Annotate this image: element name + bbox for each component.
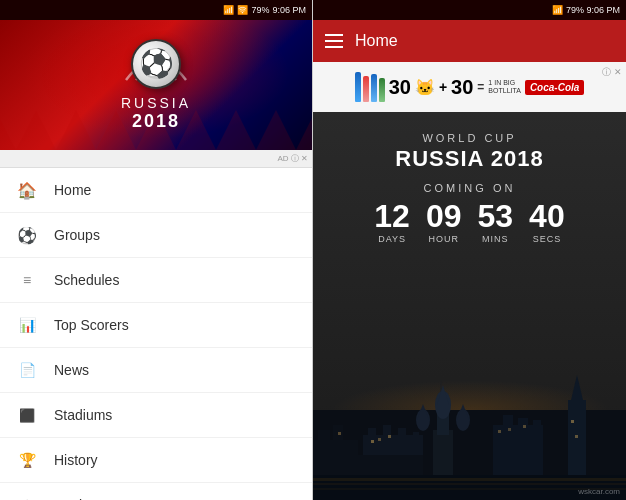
svg-rect-29 (313, 483, 626, 485)
left-status-bar: 📶 🛜 79% 9:06 PM (0, 0, 312, 20)
left-panel: 📶 🛜 79% 9:06 PM ⚽ RUSSIA 2018 AD ⓘ ✕ 🏠 H… (0, 0, 313, 500)
svg-rect-25 (318, 430, 330, 445)
svg-rect-15 (413, 432, 419, 440)
ad-plus: + (439, 79, 447, 95)
svg-rect-34 (498, 430, 501, 433)
countdown-days: 12 DAYS (374, 200, 410, 244)
app-top-bar: Home (313, 20, 626, 62)
moscow-skyline (313, 320, 626, 500)
main-content: WORLD CUP RUSSIA 2018 COMING ON 12 DAYS … (313, 112, 626, 500)
header-brand: RUSSIA 2018 (121, 95, 191, 132)
signal-icon: 📶 (223, 5, 234, 15)
bottle-3 (371, 74, 377, 102)
nav-label-news: News (54, 362, 89, 378)
groups-icon: ⚽ (16, 224, 38, 246)
countdown-mins: 53 MINS (478, 200, 514, 244)
right-signal-icon: 📶 (552, 5, 563, 15)
svg-rect-37 (571, 420, 574, 423)
hours-number: 09 (426, 200, 462, 232)
ad-number-1: 30 (389, 76, 411, 99)
nav-label-groups: Groups (54, 227, 100, 243)
svg-rect-36 (523, 425, 526, 428)
svg-rect-33 (388, 435, 391, 438)
watermark: wskcar.com (578, 487, 620, 496)
nav-label-schedules: Schedules (54, 272, 119, 288)
status-icons: 📶 🛜 79% 9:06 PM (223, 5, 306, 15)
home-icon: 🏠 (16, 179, 38, 201)
days-label: DAYS (374, 234, 410, 244)
nav-item-home[interactable]: 🏠 Home (0, 168, 312, 213)
wifi-icon: 🛜 (237, 5, 248, 15)
year-label: 2018 (121, 111, 191, 132)
right-time: 9:06 PM (586, 5, 620, 15)
left-ad-bar: AD ⓘ ✕ (0, 150, 312, 168)
nav-item-history[interactable]: 🏆 History (0, 438, 312, 483)
ad-number-2: 30 (451, 76, 473, 99)
mins-number: 53 (478, 200, 514, 232)
right-status-bar: 📶 79% 9:06 PM (313, 0, 626, 20)
secs-label: SECS (529, 234, 565, 244)
secs-number: 40 (529, 200, 565, 232)
nav-item-groups[interactable]: ⚽ Groups (0, 213, 312, 258)
svg-rect-28 (313, 478, 626, 481)
coca-cola-logo: Coca-Cola (525, 80, 584, 95)
nav-item-news[interactable]: 📄 News (0, 348, 312, 393)
ad-line-1: 1 IN BIG (488, 79, 521, 87)
nav-label-history: History (54, 452, 98, 468)
ad-content: 30 🐱 + 30 = 1 IN BIG BOTLLITA Coca-Cola (355, 72, 585, 102)
countdown-hours: 09 HOUR (426, 200, 462, 244)
svg-rect-38 (575, 435, 578, 438)
coming-on-label: COMING ON (395, 182, 543, 194)
news-icon: 📄 (16, 359, 38, 381)
svg-rect-12 (368, 428, 376, 440)
bottle-2 (363, 76, 369, 102)
countdown-secs: 40 SECS (529, 200, 565, 244)
svg-rect-35 (508, 428, 511, 431)
nav-item-schedules[interactable]: ≡ Schedules (0, 258, 312, 303)
nav-label-stadiums: Stadiums (54, 407, 112, 423)
svg-rect-18 (503, 415, 513, 430)
hours-label: HOUR (426, 234, 462, 244)
world-cup-info: WORLD CUP RUSSIA 2018 COMING ON (395, 112, 543, 194)
time-left: 9:06 PM (272, 5, 306, 15)
nav-label-top-scorers: Top Scorers (54, 317, 129, 333)
ad-label: AD ⓘ ✕ (277, 153, 308, 164)
svg-rect-19 (518, 418, 528, 430)
right-status-icons: 📶 79% 9:06 PM (552, 5, 620, 15)
settings-icon: ⚙ (16, 494, 38, 500)
ad-equals: = (477, 80, 484, 94)
nav-label-home: Home (54, 182, 91, 198)
schedules-icon: ≡ (16, 269, 38, 291)
bottle-4 (379, 78, 385, 102)
ad-emoji: 🐱 (415, 78, 435, 97)
right-battery: 79% (566, 5, 584, 15)
ad-close-button[interactable]: ⓘ ✕ (602, 66, 622, 79)
mins-label: MINS (478, 234, 514, 244)
nav-menu: 🏠 Home ⚽ Groups ≡ Schedules 📊 Top Scorer… (0, 168, 312, 500)
svg-rect-32 (378, 438, 381, 441)
history-icon: 🏆 (16, 449, 38, 471)
days-number: 12 (374, 200, 410, 232)
ad-line-2: BOTLLITA (488, 87, 521, 95)
top-scorers-icon: 📊 (16, 314, 38, 336)
header-image: ⚽ RUSSIA 2018 (0, 20, 312, 150)
right-ad-banner: 30 🐱 + 30 = 1 IN BIG BOTLLITA Coca-Cola … (313, 62, 626, 112)
ad-small-text: 1 IN BIG BOTLLITA (488, 79, 521, 94)
svg-rect-39 (338, 432, 341, 435)
soccer-ball: ⚽ (131, 39, 181, 89)
stadiums-icon: ⬛ (16, 404, 38, 426)
battery-text: 79% (251, 5, 269, 15)
right-panel: 📶 79% 9:06 PM Home 30 🐱 + 30 = 1 IN BIG (313, 0, 626, 500)
ad-bottles (355, 72, 385, 102)
nav-item-top-scorers[interactable]: 📊 Top Scorers (0, 303, 312, 348)
bottle-1 (355, 72, 361, 102)
svg-rect-31 (371, 440, 374, 443)
svg-rect-14 (398, 428, 406, 440)
top-bar-title: Home (355, 32, 398, 50)
nav-item-settings[interactable]: ⚙ Settings (0, 483, 312, 500)
hamburger-menu[interactable] (325, 34, 343, 48)
wc-title: RUSSIA 2018 (395, 146, 543, 172)
svg-rect-20 (533, 420, 541, 430)
nav-item-stadiums[interactable]: ⬛ Stadiums (0, 393, 312, 438)
wc-subtitle: WORLD CUP (395, 132, 543, 144)
